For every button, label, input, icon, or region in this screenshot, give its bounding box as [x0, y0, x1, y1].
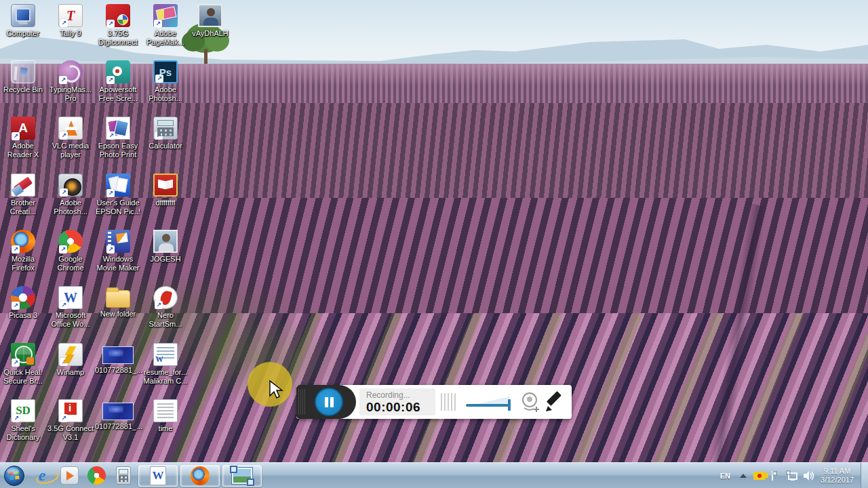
- show-desktop-button[interactable]: [861, 463, 868, 488]
- desktop-icon-typingmaster-pro[interactable]: ↗TypingMas...Pro: [47, 60, 94, 103]
- annotate-pencil-button[interactable]: [543, 390, 566, 413]
- desktop-icon-windows-movie-maker[interactable]: ↗WindowsMovie Maker: [95, 230, 141, 272]
- icon-label: 010772881_...: [95, 366, 141, 375]
- webcam-add-button[interactable]: [519, 390, 542, 413]
- taskbar-open-firefox[interactable]: [180, 465, 220, 487]
- icon-label: AdobeReader X: [0, 142, 46, 159]
- icon-label: ApowersoftFree Scre...: [95, 85, 141, 103]
- taskbar-internet-explorer[interactable]: e: [28, 464, 56, 488]
- shortcut-arrow-icon: ↗: [106, 245, 115, 253]
- start-button[interactable]: [0, 464, 28, 488]
- drag-handle-icon[interactable]: [441, 393, 456, 411]
- volume-slider[interactable]: [466, 394, 513, 411]
- desktop-icon-35g-connect[interactable]: ↗3.5G ConnectV3.1: [47, 399, 94, 442]
- mouse-cursor: [269, 380, 283, 400]
- desktop-icon-vlc-media-player[interactable]: ↗VLC mediaplayer: [47, 117, 94, 159]
- screen-recorder-toolbar: Recording... 00:00:06: [296, 385, 572, 419]
- recorder-tray-button[interactable]: [751, 464, 768, 488]
- icon-label: time: [142, 424, 189, 433]
- desktop-icon-epson-easy-photo-print[interactable]: ↗Epson EasyPhoto Print: [95, 117, 141, 159]
- icon-label: TypingMas...Pro: [47, 85, 94, 103]
- icon-label: Tally 9: [47, 29, 94, 38]
- desktop-icon-video-010772881-a[interactable]: 010772881_...: [95, 343, 141, 375]
- winamp-icon: ↗: [58, 343, 83, 366]
- desktop-icon-google-chrome[interactable]: ↗GoogleChrome: [47, 230, 94, 272]
- desktop-icon-apowersoft-recorder[interactable]: ↗ApowersoftFree Scre...: [95, 60, 141, 103]
- desktop-icon-recycle-bin[interactable]: Recycle Bin: [0, 60, 46, 94]
- desktop-icon-mozilla-firefox[interactable]: ↗MozillaFirefox: [0, 230, 46, 272]
- icon-label: Quick Heal.Secure Br...: [0, 368, 46, 386]
- video-010772881-b-icon: [102, 403, 134, 420]
- clock-time: 9:11 AM: [824, 467, 851, 475]
- icon-label: NeroStartSm...: [142, 311, 189, 329]
- desktop-icon-adobe-photoshop-2[interactable]: ↗AdobePhotosh...: [47, 174, 94, 216]
- desktop-icon-tally-9[interactable]: T↗Tally 9: [47, 4, 94, 38]
- desktop-icon-new-folder[interactable]: New folder: [95, 286, 141, 319]
- icon-label: AdobePageMak...: [142, 29, 189, 47]
- desktop-icon-calculator[interactable]: ↗Calculator: [142, 117, 189, 150]
- icon-label: Epson EasyPhoto Print: [95, 142, 141, 159]
- desktop-icon-users-guide-epson[interactable]: ↗User's GuideEPSON Pic..!: [95, 174, 141, 216]
- calculator-icon: ↗: [153, 117, 178, 140]
- shortcut-arrow-icon: ↗: [60, 19, 68, 27]
- volume-button[interactable]: [800, 464, 816, 488]
- icon-label: JOGESH: [142, 255, 189, 264]
- desktop-icon-vaydhalh[interactable]: vAyDhALH: [187, 4, 233, 38]
- adobe-photoshop-2-icon: ↗: [58, 174, 83, 197]
- desktop-icon-adobe-photoshop[interactable]: Ps↗AdobePhotosh...: [142, 60, 189, 103]
- recorder-timer-panel: Recording... 00:00:06: [359, 388, 435, 415]
- taskbar-open-apowersoft-capture[interactable]: [222, 465, 262, 487]
- recording-timer: 00:00:06: [366, 400, 429, 415]
- icon-label: Winamp: [47, 368, 94, 377]
- desktop-icon-time[interactable]: time: [142, 399, 189, 433]
- shortcut-arrow-icon: ↗: [155, 301, 163, 309]
- desktop-icon-adobe-reader-x[interactable]: A↗AdobeReader X: [0, 117, 46, 159]
- taskbar-calculator[interactable]: [110, 464, 137, 488]
- show-hidden-icons-button[interactable]: [735, 464, 751, 488]
- action-center-button[interactable]: [768, 464, 784, 488]
- taskbar-google-chrome[interactable]: [83, 464, 110, 488]
- 35g-connect-icon: ↗: [58, 399, 83, 422]
- taskbar-open-microsoft-word[interactable]: W: [138, 465, 178, 487]
- icon-label: MozillaFirefox: [0, 255, 46, 272]
- network-icon: [785, 470, 799, 482]
- desktop-icon-jogesh[interactable]: JOGESH: [142, 230, 189, 264]
- icon-label: BrotherCreati...: [0, 199, 46, 216]
- nero-startsmart-icon: ↗: [153, 286, 178, 309]
- network-button[interactable]: [784, 464, 800, 488]
- windows-start-icon: [3, 465, 25, 487]
- vaydhalh-icon: [198, 4, 222, 27]
- taskbar: e W EN: [0, 462, 868, 488]
- shortcut-arrow-icon: ↗: [155, 131, 163, 140]
- dffffffff-icon: [153, 174, 178, 197]
- taskbar-clock[interactable]: 9:11 AM 3/12/2017: [816, 467, 861, 485]
- desktop-icon-resume-for-malikram[interactable]: resume_for...Malikram C...: [142, 343, 189, 386]
- shortcut-arrow-icon: ↗: [59, 245, 67, 253]
- shortcut-arrow-icon: ↗: [60, 188, 68, 197]
- recorder-tray-icon: [753, 472, 766, 480]
- icon-label: Recycle Bin: [0, 85, 46, 94]
- desktop-icon-computer[interactable]: Computer: [0, 4, 46, 38]
- desktop-icon-video-010772881-b[interactable]: 010772881_...: [95, 399, 141, 431]
- system-tray: EN: [715, 463, 868, 488]
- desktop-icon-dffffffff[interactable]: dffffffff: [142, 174, 189, 207]
- taskbar-windows-media-player[interactable]: [56, 464, 83, 488]
- calculator-icon: [116, 466, 131, 485]
- jogesh-icon: [153, 230, 178, 253]
- language-indicator[interactable]: EN: [715, 472, 735, 480]
- volume-slider-handle[interactable]: [508, 399, 511, 411]
- desktop-icon-sheels-dictionary[interactable]: SD↗Sheel'sDictionary: [0, 399, 46, 442]
- desktop-icon-adobe-pagemaker[interactable]: ↗AdobePageMak...: [142, 4, 189, 47]
- icon-label: Sheel'sDictionary: [0, 424, 46, 442]
- pause-button[interactable]: [315, 388, 343, 416]
- desktop-icon-digiconnect[interactable]: ↗3.75GDigiconnect: [95, 4, 141, 47]
- shortcut-arrow-icon: ↗: [60, 131, 68, 140]
- desktop-icon-picasa-3[interactable]: ↗Picasa 3: [0, 286, 46, 320]
- desktop-icon-quick-heal-secure-browse[interactable]: ↗Quick Heal.Secure Br...: [0, 343, 46, 386]
- shortcut-arrow-icon: ↗: [106, 20, 115, 28]
- desktop-icon-microsoft-office-word[interactable]: W↗MicrosoftOffice Wo...: [47, 286, 94, 329]
- recycle-bin-icon: [11, 60, 35, 83]
- desktop-icon-brother-creative[interactable]: ↗BrotherCreati...: [0, 174, 46, 216]
- desktop-icon-nero-startsmart[interactable]: ↗NeroStartSm...: [142, 286, 189, 329]
- desktop-icon-winamp[interactable]: ↗Winamp: [47, 343, 94, 377]
